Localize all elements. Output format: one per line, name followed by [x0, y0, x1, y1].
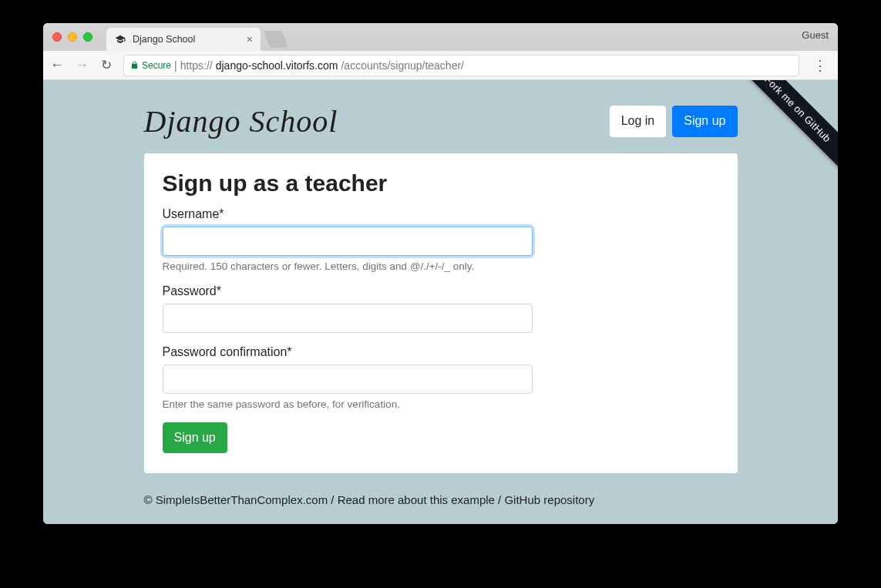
- window-maximize-button[interactable]: [83, 32, 92, 42]
- footer-readmore-link[interactable]: Read more about this example: [338, 493, 495, 506]
- window-minimize-button[interactable]: [68, 32, 77, 42]
- username-group: Username* Required. 150 characters or fe…: [163, 207, 719, 272]
- username-input[interactable]: [163, 227, 533, 256]
- tab-title: Django School: [133, 34, 240, 45]
- username-help: Required. 150 characters or fewer. Lette…: [163, 260, 719, 272]
- password-input[interactable]: [163, 304, 533, 333]
- browser-window: Django School × Guest ← → ↻ Secure | htt…: [43, 23, 838, 524]
- address-bar[interactable]: Secure | https://django-school.vitorfs.c…: [123, 55, 799, 76]
- header-buttons: Log in Sign up: [610, 106, 738, 136]
- footer-sep-2: /: [495, 493, 505, 506]
- page-viewport: Fork me on GitHub Django School Log in S…: [43, 80, 838, 524]
- password-group: Password*: [163, 284, 719, 333]
- graduation-cap-icon: [114, 33, 126, 45]
- page-container: Django School Log in Sign up Sign up as …: [133, 80, 749, 522]
- new-tab-button[interactable]: [264, 31, 288, 48]
- url-scheme: https://: [180, 59, 213, 72]
- page-title: Sign up as a teacher: [163, 170, 719, 197]
- footer-copyright[interactable]: © SimpleIsBetterThanComplex.com: [144, 493, 328, 506]
- submit-button[interactable]: Sign up: [163, 422, 227, 453]
- footer-sep-1: /: [328, 493, 338, 506]
- browser-toolbar: ← → ↻ Secure | https://django-school.vit…: [43, 51, 838, 80]
- site-brand[interactable]: Django School: [144, 103, 338, 139]
- password-label: Password*: [163, 284, 719, 298]
- url-host: django-school.vitorfs.com: [216, 59, 338, 72]
- password-confirm-input[interactable]: [163, 365, 533, 394]
- browser-menu-icon[interactable]: ⋮: [809, 57, 832, 74]
- close-tab-icon[interactable]: ×: [247, 33, 253, 45]
- username-label: Username*: [163, 207, 719, 221]
- reload-button[interactable]: ↻: [99, 57, 114, 73]
- password-confirm-help: Enter the same password as before, for v…: [163, 398, 719, 410]
- guest-label[interactable]: Guest: [802, 29, 829, 41]
- signup-button[interactable]: Sign up: [672, 106, 737, 136]
- github-ribbon[interactable]: Fork me on GitHub: [735, 80, 838, 172]
- signup-card: Sign up as a teacher Username* Required.…: [144, 153, 738, 473]
- tab-strip: Django School × Guest: [43, 23, 838, 51]
- secure-label: Secure: [142, 60, 171, 71]
- back-button[interactable]: ←: [49, 57, 65, 73]
- window-close-button[interactable]: [52, 32, 62, 42]
- footer-repo-link[interactable]: GitHub repository: [504, 493, 594, 506]
- url-path: /accounts/signup/teacher/: [341, 59, 464, 72]
- footer: © SimpleIsBetterThanComplex.com / Read m…: [144, 493, 738, 506]
- password-confirm-group: Password confirmation* Enter the same pa…: [163, 345, 719, 410]
- lock-icon: Secure: [130, 60, 171, 71]
- traffic-lights: [43, 23, 102, 51]
- site-header: Django School Log in Sign up: [144, 103, 738, 139]
- password-confirm-label: Password confirmation*: [163, 345, 719, 359]
- browser-tab[interactable]: Django School ×: [106, 28, 261, 51]
- login-button[interactable]: Log in: [610, 106, 667, 136]
- forward-button[interactable]: →: [74, 57, 89, 73]
